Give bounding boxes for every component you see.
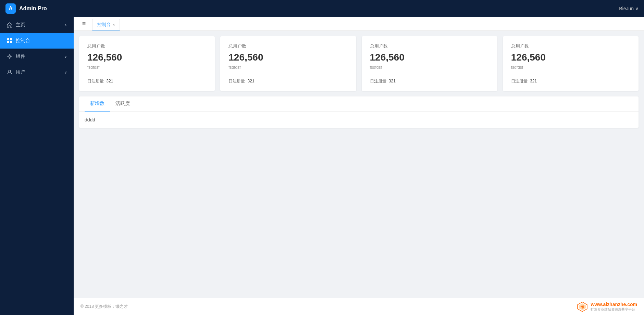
footer-logo-desc: 打造专业建站资源游共享平台 <box>591 307 637 312</box>
home-arrow-icon <box>64 23 67 27</box>
stat-card-2: 总用户数 126,560 fsdfdsf 日注册量 321 <box>362 36 497 91</box>
hamburger-icon: ≡ <box>82 20 86 27</box>
stat-divider-1 <box>220 74 356 74</box>
lazy-logo-icon: 懒 <box>576 301 589 313</box>
users-arrow-icon <box>64 70 67 74</box>
stat-footer-count-0: 321 <box>106 79 113 83</box>
stat-divider-3 <box>503 74 639 74</box>
stat-label-0: 总用户数 <box>87 43 207 49</box>
footer: © 2018 更多模板：懒之才 懒 www.aizhanzhe.com 打造专业… <box>74 298 644 315</box>
svg-rect-2 <box>7 41 9 43</box>
user-menu[interactable]: BieJun ∨ <box>619 6 639 11</box>
tab-dashboard-close[interactable]: × <box>113 23 115 27</box>
stat-sub-2: fsdfdsf <box>370 65 489 70</box>
stat-footer-label-1: 日注册量 <box>228 79 245 83</box>
components-icon <box>7 54 12 59</box>
stat-footer-count-3: 321 <box>530 79 537 83</box>
svg-rect-1 <box>10 38 12 40</box>
main-layout: 主页 控制台 <box>0 17 644 315</box>
panel-tab-active-label: 活跃度 <box>115 101 130 106</box>
users-icon <box>7 69 12 75</box>
sidebar-item-home-label: 主页 <box>16 22 25 28</box>
stat-footer-0: 日注册量 321 <box>87 78 207 84</box>
sidebar-item-users-label: 用户 <box>16 69 25 75</box>
top-header: A Admin Pro BieJun ∨ <box>0 0 644 17</box>
sidebar-item-components[interactable]: 组件 <box>0 49 74 64</box>
stat-footer-2: 日注册量 321 <box>370 78 489 84</box>
tab-dashboard-label: 控制台 <box>97 22 111 28</box>
app-wrapper: A Admin Pro BieJun ∨ 主页 <box>0 0 644 315</box>
app-title: Admin Pro <box>19 5 47 12</box>
footer-logo-name: www.aizhanzhe.com <box>591 302 637 307</box>
components-arrow-icon <box>64 55 67 58</box>
main-content: 总用户数 126,560 fsdfdsf 日注册量 321 总用户数 126,5… <box>74 31 644 298</box>
stat-sub-0: fsdfdsf <box>87 65 207 70</box>
stat-divider-2 <box>362 74 497 74</box>
header-left: A Admin Pro <box>5 3 47 14</box>
sidebar-item-dashboard-label: 控制台 <box>16 38 30 44</box>
stat-label-1: 总用户数 <box>228 43 348 49</box>
stat-footer-count-2: 321 <box>389 79 396 83</box>
stat-card-0: 总用户数 126,560 fsdfdsf 日注册量 321 <box>79 36 215 91</box>
sidebar-item-components-label: 组件 <box>16 53 25 60</box>
tab-bar: ≡ 控制台 × <box>74 17 644 31</box>
stat-sub-3: fsdfdsf <box>511 65 630 70</box>
panel-tab-new[interactable]: 新增数 <box>85 96 110 111</box>
home-icon <box>7 22 12 28</box>
svg-text:懒: 懒 <box>580 305 584 309</box>
footer-logo-text: www.aizhanzhe.com 打造专业建站资源游共享平台 <box>591 302 637 312</box>
panel: 新增数 活跃度 dddd <box>79 96 639 128</box>
username: BieJun <box>619 6 634 11</box>
stat-footer-label-0: 日注册量 <box>87 79 104 83</box>
logo-icon: A <box>5 3 16 14</box>
stat-footer-count-1: 321 <box>248 79 255 83</box>
stat-value-0: 126,560 <box>87 52 207 63</box>
stat-value-1: 126,560 <box>228 52 348 63</box>
menu-toggle-button[interactable]: ≡ <box>77 17 91 30</box>
stat-sub-1: fsdfdsf <box>228 65 348 70</box>
stat-card-1: 总用户数 126,560 fsdfdsf 日注册量 321 <box>220 36 356 91</box>
dashboard-icon <box>7 38 12 43</box>
stat-label-2: 总用户数 <box>370 43 489 49</box>
stat-label-3: 总用户数 <box>511 43 630 49</box>
stat-footer-3: 日注册量 321 <box>511 78 630 84</box>
content-area: ≡ 控制台 × 总用户数 126,560 fsdfdsf <box>74 17 644 315</box>
stat-footer-1: 日注册量 321 <box>228 78 348 84</box>
footer-copyright: © 2018 更多模板：懒之才 <box>80 304 128 310</box>
panel-tab-new-label: 新增数 <box>90 101 104 106</box>
stat-value-2: 126,560 <box>370 52 489 63</box>
panel-content-text: dddd <box>85 117 95 122</box>
tab-dashboard[interactable]: 控制台 × <box>92 19 120 30</box>
svg-point-5 <box>9 70 11 72</box>
stat-value-3: 126,560 <box>511 52 630 63</box>
panel-tabs: 新增数 活跃度 <box>79 96 639 111</box>
sidebar-item-users[interactable]: 用户 <box>0 64 74 80</box>
stat-card-3: 总用户数 126,560 fsdfdsf 日注册量 321 <box>503 36 639 91</box>
svg-point-4 <box>9 55 11 57</box>
stat-footer-label-3: 日注册量 <box>511 79 528 83</box>
panel-content: dddd <box>79 111 639 128</box>
svg-rect-3 <box>10 41 12 43</box>
sidebar: 主页 控制台 <box>0 17 74 315</box>
user-arrow-icon: ∨ <box>635 6 639 11</box>
svg-rect-0 <box>7 38 9 40</box>
stat-footer-label-2: 日注册量 <box>370 79 386 83</box>
stat-divider-0 <box>79 74 215 74</box>
footer-logo: 懒 www.aizhanzhe.com 打造专业建站资源游共享平台 <box>576 301 637 313</box>
stats-row: 总用户数 126,560 fsdfdsf 日注册量 321 总用户数 126,5… <box>79 36 639 91</box>
sidebar-item-home[interactable]: 主页 <box>0 17 74 33</box>
panel-tab-active[interactable]: 活跃度 <box>110 96 135 111</box>
sidebar-item-dashboard[interactable]: 控制台 <box>0 33 74 49</box>
